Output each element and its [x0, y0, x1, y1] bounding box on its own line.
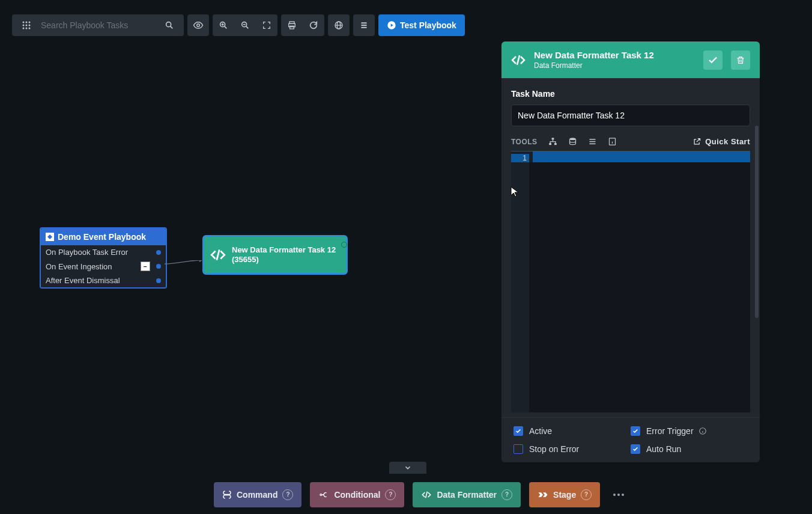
- playbook-node-header[interactable]: Demo Event Playbook: [41, 228, 166, 245]
- svg-line-10: [171, 26, 173, 29]
- search-icon[interactable]: [159, 14, 180, 36]
- svg-rect-25: [361, 22, 366, 23]
- tree-icon[interactable]: [548, 137, 557, 146]
- btn-label: Stage: [553, 490, 576, 500]
- svg-line-17: [246, 26, 249, 29]
- code-editor[interactable]: 1: [511, 151, 750, 412]
- help-icon[interactable]: ?: [385, 489, 396, 500]
- delete-button[interactable]: [731, 50, 750, 70]
- zoom-out-icon[interactable]: [234, 14, 256, 36]
- svg-point-5: [29, 25, 31, 26]
- svg-line-13: [225, 26, 227, 29]
- chk-label: Active: [529, 426, 552, 436]
- playbook-icon: [46, 233, 54, 241]
- task-name-input[interactable]: [511, 105, 750, 126]
- eye-icon[interactable]: [187, 14, 209, 36]
- panel-footer: Active Error Trigger Stop on Error Auto …: [501, 417, 760, 462]
- task-node[interactable]: New Data Formatter Task 12 (35655): [202, 235, 348, 275]
- add-conditional-button[interactable]: Conditional ?: [310, 482, 404, 507]
- output-port-icon[interactable]: [156, 250, 161, 255]
- playbook-row-label: On Event Ingestion: [46, 262, 112, 271]
- help-icon[interactable]: ?: [501, 489, 512, 500]
- quick-start-link[interactable]: Quick Start: [692, 137, 750, 146]
- svg-point-11: [197, 24, 200, 27]
- svg-rect-27: [361, 27, 366, 28]
- layers-icon[interactable]: [353, 14, 375, 36]
- chk-label: Auto Run: [646, 444, 681, 454]
- playbook-row-label: On Playbook Task Error: [46, 248, 128, 257]
- confirm-button[interactable]: [703, 50, 723, 70]
- playbook-node[interactable]: Demo Event Playbook On Playbook Task Err…: [40, 227, 167, 289]
- stop-on-error-checkbox[interactable]: Stop on Error: [514, 444, 631, 454]
- info-icon[interactable]: [698, 427, 707, 435]
- code-icon: [210, 247, 226, 263]
- svg-point-44: [617, 494, 620, 496]
- svg-point-45: [622, 494, 624, 496]
- line-number: 1: [511, 154, 529, 162]
- svg-point-6: [23, 28, 25, 29]
- chk-label: Stop on Error: [529, 444, 579, 454]
- playbook-row[interactable]: On Event Ingestion −: [41, 259, 166, 274]
- svg-rect-30: [549, 143, 551, 145]
- more-icon[interactable]: [608, 493, 629, 497]
- add-data-formatter-button[interactable]: Data Formatter ?: [413, 482, 521, 507]
- playbook-row-label: After Event Dismissal: [46, 276, 120, 285]
- panel-header: New Data Formatter Task 12 Data Formatte…: [501, 41, 760, 78]
- error-trigger-checkbox[interactable]: Error Trigger: [631, 426, 748, 436]
- connection-edge: [165, 260, 202, 268]
- database-icon[interactable]: [568, 137, 577, 146]
- bottom-task-bar: Command ? Conditional ? Data Formatter ?…: [204, 475, 638, 514]
- test-playbook-button[interactable]: Test Playbook: [378, 14, 465, 36]
- help-icon[interactable]: ?: [581, 489, 592, 500]
- quick-start-label: Quick Start: [705, 137, 750, 146]
- auto-run-checkbox[interactable]: Auto Run: [631, 444, 748, 454]
- playbook-row[interactable]: On Playbook Task Error: [41, 245, 166, 259]
- fit-screen-icon[interactable]: [256, 14, 277, 36]
- svg-point-42: [320, 494, 322, 495]
- zoom-in-icon[interactable]: [213, 14, 234, 36]
- btn-label: Command: [237, 490, 277, 500]
- code-icon: [511, 53, 526, 67]
- playbook-title: Demo Event Playbook: [58, 232, 146, 242]
- apps-icon[interactable]: [16, 14, 37, 36]
- tools-label: TOOLS: [511, 138, 538, 146]
- output-port-icon[interactable]: [341, 242, 347, 248]
- svg-rect-26: [361, 25, 366, 26]
- panel-subtitle: Data Formatter: [534, 61, 695, 70]
- svg-rect-31: [554, 143, 557, 145]
- output-port-icon[interactable]: [156, 264, 161, 269]
- info-icon[interactable]: [608, 137, 617, 146]
- bottom-bar-toggle[interactable]: [389, 462, 426, 474]
- chk-label: Error Trigger: [646, 426, 694, 436]
- svg-point-2: [29, 22, 31, 23]
- svg-point-32: [569, 138, 575, 140]
- help-icon[interactable]: ?: [282, 489, 293, 500]
- globe-icon[interactable]: [328, 14, 350, 36]
- svg-rect-29: [551, 138, 554, 139]
- test-label: Test Playbook: [400, 20, 456, 30]
- output-port-icon[interactable]: [156, 278, 161, 283]
- search-input[interactable]: [37, 20, 159, 30]
- svg-point-0: [23, 22, 25, 23]
- add-stage-button[interactable]: Stage ?: [529, 482, 600, 507]
- collapse-icon[interactable]: −: [141, 262, 150, 271]
- svg-point-1: [26, 22, 28, 23]
- scrollbar[interactable]: [755, 126, 759, 318]
- active-checkbox[interactable]: Active: [514, 426, 631, 436]
- svg-point-7: [26, 28, 28, 29]
- svg-point-43: [613, 494, 616, 496]
- task-name-label: Task Name: [511, 89, 750, 99]
- panel-title: New Data Formatter Task 12: [534, 50, 695, 60]
- svg-point-4: [26, 25, 28, 26]
- print-icon[interactable]: [281, 14, 303, 36]
- task-node-label: New Data Formatter Task 12 (35655): [232, 245, 340, 265]
- add-command-button[interactable]: Command ?: [214, 482, 301, 507]
- btn-label: Conditional: [334, 490, 380, 500]
- svg-point-8: [29, 28, 31, 29]
- svg-point-3: [23, 25, 25, 26]
- top-toolbar: Test Playbook: [12, 14, 465, 36]
- list-icon[interactable]: [588, 137, 597, 146]
- playbook-row[interactable]: After Event Dismissal: [41, 274, 166, 287]
- refresh-icon[interactable]: [303, 14, 324, 36]
- btn-label: Data Formatter: [437, 490, 497, 500]
